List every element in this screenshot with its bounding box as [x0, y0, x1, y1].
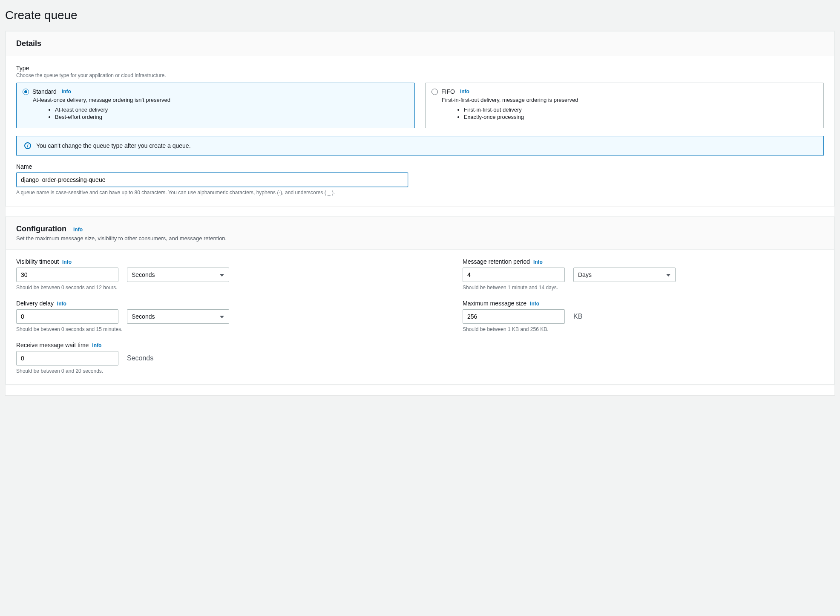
visibility-hint: Should be between 0 seconds and 12 hours… [16, 285, 377, 291]
name-label: Name [16, 163, 824, 170]
configuration-panel: Configuration Info Set the maximum messa… [6, 216, 834, 385]
waittime-label: Receive message wait time [16, 342, 89, 348]
info-link-waittime[interactable]: Info [92, 343, 101, 348]
details-panel: Details Type Choose the queue type for y… [5, 31, 835, 395]
retention-unit-select[interactable]: Days [573, 268, 676, 282]
maxsize-input[interactable] [463, 309, 565, 324]
radio-fifo[interactable] [432, 89, 438, 95]
configuration-header: Configuration Info Set the maximum messa… [6, 217, 834, 250]
configuration-sub: Set the maximum message size, visibility… [16, 235, 824, 242]
delay-input[interactable] [16, 309, 118, 324]
visibility-label: Visibility timeout [16, 258, 59, 265]
info-link-standard[interactable]: Info [62, 89, 71, 95]
details-title: Details [16, 39, 41, 48]
type-fifo-subtitle: First-in-first-out delivery, message ord… [432, 97, 817, 103]
retention-hint: Should be between 1 minute and 14 days. [463, 285, 824, 291]
maxsize-unit: KB [573, 313, 582, 320]
type-standard-bullet: Best-effort ordering [55, 114, 408, 120]
info-link-configuration[interactable]: Info [73, 227, 83, 233]
retention-input[interactable] [463, 268, 565, 282]
type-alert: i You can't change the queue type after … [16, 136, 824, 155]
maxsize-hint: Should be between 1 KB and 256 KB. [463, 326, 824, 332]
visibility-unit-select[interactable]: Seconds [127, 268, 229, 282]
retention-label: Message retention period [463, 258, 530, 265]
delay-unit-select[interactable]: Seconds [127, 309, 229, 324]
type-fifo-title: FIFO [441, 88, 455, 95]
type-card-standard[interactable]: Standard Info At-least-once delivery, me… [16, 83, 415, 128]
radio-standard[interactable] [23, 89, 29, 95]
waittime-hint: Should be between 0 and 20 seconds. [16, 368, 377, 374]
page-title: Create queue [5, 5, 835, 31]
type-sublabel: Choose the queue type for your applicati… [16, 72, 824, 78]
type-standard-bullet: At-least once delivery [55, 107, 408, 113]
type-card-fifo[interactable]: FIFO Info First-in-first-out delivery, m… [425, 83, 824, 128]
delay-field: Delivery delay Info Seconds Should be be… [16, 300, 377, 332]
info-link-maxsize[interactable]: Info [530, 301, 539, 307]
waittime-input[interactable] [16, 351, 118, 366]
type-label: Type [16, 65, 824, 72]
details-header: Details [6, 32, 834, 56]
info-link-fifo[interactable]: Info [460, 89, 469, 95]
type-standard-subtitle: At-least-once delivery, message ordering… [23, 97, 408, 103]
alert-text: You can't change the queue type after yo… [36, 142, 191, 149]
delay-label: Delivery delay [16, 300, 54, 307]
maxsize-field: Maximum message size Info KB Should be b… [463, 300, 824, 332]
info-link-delay[interactable]: Info [57, 301, 66, 307]
waittime-unit: Seconds [127, 354, 153, 362]
details-panel: Details Type Choose the queue type for y… [6, 31, 834, 206]
info-icon: i [24, 142, 31, 149]
delay-hint: Should be between 0 seconds and 15 minut… [16, 326, 377, 332]
visibility-input[interactable] [16, 268, 118, 282]
visibility-field: Visibility timeout Info Seconds Should b… [16, 258, 377, 291]
name-hint: A queue name is case-sensitive and can h… [16, 190, 824, 196]
type-fifo-bullet: First-in-first-out delivery [464, 107, 817, 113]
info-link-visibility[interactable]: Info [62, 259, 72, 265]
retention-field: Message retention period Info Days Shoul… [463, 258, 824, 291]
waittime-field: Receive message wait time Info Seconds S… [16, 342, 377, 374]
configuration-title: Configuration [16, 225, 66, 233]
info-link-retention[interactable]: Info [533, 259, 543, 265]
type-standard-title: Standard [32, 88, 57, 95]
queue-name-input[interactable] [16, 173, 408, 187]
type-fifo-bullet: Exactly-once processing [464, 114, 817, 120]
maxsize-label: Maximum message size [463, 300, 526, 307]
